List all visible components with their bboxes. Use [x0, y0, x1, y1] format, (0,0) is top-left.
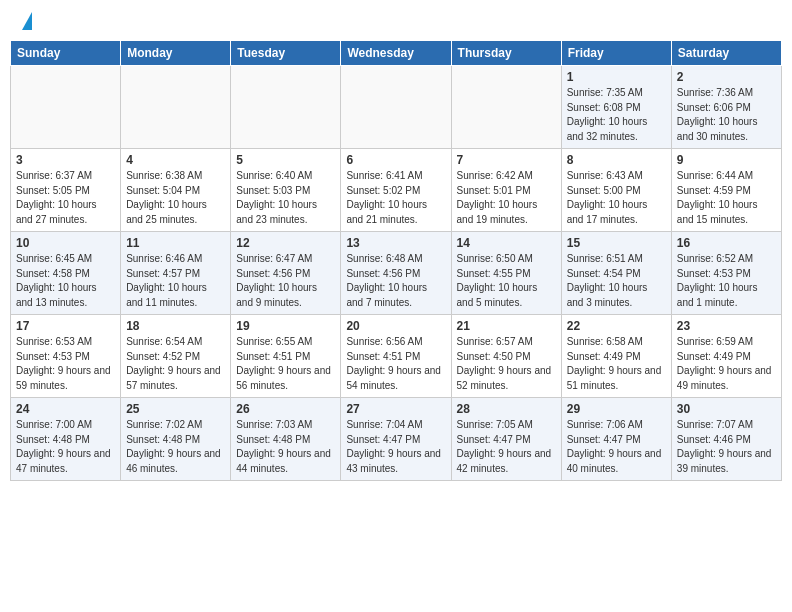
- day-info: Sunrise: 6:59 AM Sunset: 4:49 PM Dayligh…: [677, 335, 776, 393]
- weekday-header-friday: Friday: [561, 41, 671, 66]
- weekday-header-row: SundayMondayTuesdayWednesdayThursdayFrid…: [11, 41, 782, 66]
- calendar-cell: 17Sunrise: 6:53 AM Sunset: 4:53 PM Dayli…: [11, 315, 121, 398]
- calendar-cell: [11, 66, 121, 149]
- day-number: 25: [126, 402, 225, 416]
- calendar-cell: 22Sunrise: 6:58 AM Sunset: 4:49 PM Dayli…: [561, 315, 671, 398]
- day-number: 16: [677, 236, 776, 250]
- weekday-header-wednesday: Wednesday: [341, 41, 451, 66]
- calendar-cell: 1Sunrise: 7:35 AM Sunset: 6:08 PM Daylig…: [561, 66, 671, 149]
- day-number: 19: [236, 319, 335, 333]
- calendar-cell: 16Sunrise: 6:52 AM Sunset: 4:53 PM Dayli…: [671, 232, 781, 315]
- day-number: 23: [677, 319, 776, 333]
- calendar-cell: 26Sunrise: 7:03 AM Sunset: 4:48 PM Dayli…: [231, 398, 341, 481]
- day-number: 21: [457, 319, 556, 333]
- day-number: 15: [567, 236, 666, 250]
- calendar-table: SundayMondayTuesdayWednesdayThursdayFrid…: [10, 40, 782, 481]
- day-number: 17: [16, 319, 115, 333]
- day-info: Sunrise: 6:45 AM Sunset: 4:58 PM Dayligh…: [16, 252, 115, 310]
- calendar-cell: [341, 66, 451, 149]
- day-number: 4: [126, 153, 225, 167]
- calendar-cell: 2Sunrise: 7:36 AM Sunset: 6:06 PM Daylig…: [671, 66, 781, 149]
- weekday-header-saturday: Saturday: [671, 41, 781, 66]
- calendar-cell: 21Sunrise: 6:57 AM Sunset: 4:50 PM Dayli…: [451, 315, 561, 398]
- calendar-week-1: 1Sunrise: 7:35 AM Sunset: 6:08 PM Daylig…: [11, 66, 782, 149]
- calendar-cell: [451, 66, 561, 149]
- calendar-cell: 4Sunrise: 6:38 AM Sunset: 5:04 PM Daylig…: [121, 149, 231, 232]
- calendar-cell: 11Sunrise: 6:46 AM Sunset: 4:57 PM Dayli…: [121, 232, 231, 315]
- day-info: Sunrise: 6:37 AM Sunset: 5:05 PM Dayligh…: [16, 169, 115, 227]
- day-number: 14: [457, 236, 556, 250]
- calendar-cell: 14Sunrise: 6:50 AM Sunset: 4:55 PM Dayli…: [451, 232, 561, 315]
- day-info: Sunrise: 6:47 AM Sunset: 4:56 PM Dayligh…: [236, 252, 335, 310]
- day-number: 28: [457, 402, 556, 416]
- calendar-cell: [121, 66, 231, 149]
- day-number: 3: [16, 153, 115, 167]
- calendar-cell: 10Sunrise: 6:45 AM Sunset: 4:58 PM Dayli…: [11, 232, 121, 315]
- day-info: Sunrise: 6:48 AM Sunset: 4:56 PM Dayligh…: [346, 252, 445, 310]
- logo: [20, 16, 32, 30]
- day-number: 18: [126, 319, 225, 333]
- calendar-cell: 27Sunrise: 7:04 AM Sunset: 4:47 PM Dayli…: [341, 398, 451, 481]
- page-header: [10, 10, 782, 36]
- day-info: Sunrise: 7:04 AM Sunset: 4:47 PM Dayligh…: [346, 418, 445, 476]
- calendar-cell: 8Sunrise: 6:43 AM Sunset: 5:00 PM Daylig…: [561, 149, 671, 232]
- day-number: 6: [346, 153, 445, 167]
- day-number: 10: [16, 236, 115, 250]
- calendar-cell: 23Sunrise: 6:59 AM Sunset: 4:49 PM Dayli…: [671, 315, 781, 398]
- day-info: Sunrise: 7:36 AM Sunset: 6:06 PM Dayligh…: [677, 86, 776, 144]
- weekday-header-sunday: Sunday: [11, 41, 121, 66]
- day-info: Sunrise: 6:38 AM Sunset: 5:04 PM Dayligh…: [126, 169, 225, 227]
- day-info: Sunrise: 6:56 AM Sunset: 4:51 PM Dayligh…: [346, 335, 445, 393]
- day-info: Sunrise: 6:55 AM Sunset: 4:51 PM Dayligh…: [236, 335, 335, 393]
- day-number: 2: [677, 70, 776, 84]
- day-info: Sunrise: 6:52 AM Sunset: 4:53 PM Dayligh…: [677, 252, 776, 310]
- calendar-cell: 13Sunrise: 6:48 AM Sunset: 4:56 PM Dayli…: [341, 232, 451, 315]
- calendar-cell: 20Sunrise: 6:56 AM Sunset: 4:51 PM Dayli…: [341, 315, 451, 398]
- day-info: Sunrise: 6:42 AM Sunset: 5:01 PM Dayligh…: [457, 169, 556, 227]
- day-number: 13: [346, 236, 445, 250]
- day-info: Sunrise: 7:03 AM Sunset: 4:48 PM Dayligh…: [236, 418, 335, 476]
- day-info: Sunrise: 7:00 AM Sunset: 4:48 PM Dayligh…: [16, 418, 115, 476]
- day-number: 11: [126, 236, 225, 250]
- calendar-cell: 29Sunrise: 7:06 AM Sunset: 4:47 PM Dayli…: [561, 398, 671, 481]
- calendar-cell: 18Sunrise: 6:54 AM Sunset: 4:52 PM Dayli…: [121, 315, 231, 398]
- day-info: Sunrise: 6:51 AM Sunset: 4:54 PM Dayligh…: [567, 252, 666, 310]
- day-number: 5: [236, 153, 335, 167]
- day-info: Sunrise: 6:43 AM Sunset: 5:00 PM Dayligh…: [567, 169, 666, 227]
- calendar-week-4: 17Sunrise: 6:53 AM Sunset: 4:53 PM Dayli…: [11, 315, 782, 398]
- calendar-cell: 28Sunrise: 7:05 AM Sunset: 4:47 PM Dayli…: [451, 398, 561, 481]
- day-number: 24: [16, 402, 115, 416]
- day-info: Sunrise: 6:46 AM Sunset: 4:57 PM Dayligh…: [126, 252, 225, 310]
- calendar-cell: 6Sunrise: 6:41 AM Sunset: 5:02 PM Daylig…: [341, 149, 451, 232]
- calendar-cell: 9Sunrise: 6:44 AM Sunset: 4:59 PM Daylig…: [671, 149, 781, 232]
- weekday-header-monday: Monday: [121, 41, 231, 66]
- day-number: 30: [677, 402, 776, 416]
- calendar-cell: 12Sunrise: 6:47 AM Sunset: 4:56 PM Dayli…: [231, 232, 341, 315]
- day-number: 22: [567, 319, 666, 333]
- day-info: Sunrise: 7:07 AM Sunset: 4:46 PM Dayligh…: [677, 418, 776, 476]
- day-info: Sunrise: 6:41 AM Sunset: 5:02 PM Dayligh…: [346, 169, 445, 227]
- calendar-cell: 19Sunrise: 6:55 AM Sunset: 4:51 PM Dayli…: [231, 315, 341, 398]
- day-info: Sunrise: 7:35 AM Sunset: 6:08 PM Dayligh…: [567, 86, 666, 144]
- calendar-cell: [231, 66, 341, 149]
- calendar-cell: 24Sunrise: 7:00 AM Sunset: 4:48 PM Dayli…: [11, 398, 121, 481]
- day-number: 27: [346, 402, 445, 416]
- calendar-cell: 25Sunrise: 7:02 AM Sunset: 4:48 PM Dayli…: [121, 398, 231, 481]
- day-number: 26: [236, 402, 335, 416]
- day-info: Sunrise: 6:54 AM Sunset: 4:52 PM Dayligh…: [126, 335, 225, 393]
- weekday-header-tuesday: Tuesday: [231, 41, 341, 66]
- calendar-week-5: 24Sunrise: 7:00 AM Sunset: 4:48 PM Dayli…: [11, 398, 782, 481]
- weekday-header-thursday: Thursday: [451, 41, 561, 66]
- day-number: 1: [567, 70, 666, 84]
- day-info: Sunrise: 7:05 AM Sunset: 4:47 PM Dayligh…: [457, 418, 556, 476]
- day-info: Sunrise: 6:58 AM Sunset: 4:49 PM Dayligh…: [567, 335, 666, 393]
- day-number: 7: [457, 153, 556, 167]
- day-info: Sunrise: 6:40 AM Sunset: 5:03 PM Dayligh…: [236, 169, 335, 227]
- calendar-cell: 7Sunrise: 6:42 AM Sunset: 5:01 PM Daylig…: [451, 149, 561, 232]
- calendar-week-2: 3Sunrise: 6:37 AM Sunset: 5:05 PM Daylig…: [11, 149, 782, 232]
- day-info: Sunrise: 6:57 AM Sunset: 4:50 PM Dayligh…: [457, 335, 556, 393]
- day-number: 12: [236, 236, 335, 250]
- calendar-cell: 3Sunrise: 6:37 AM Sunset: 5:05 PM Daylig…: [11, 149, 121, 232]
- day-info: Sunrise: 7:02 AM Sunset: 4:48 PM Dayligh…: [126, 418, 225, 476]
- calendar-cell: 30Sunrise: 7:07 AM Sunset: 4:46 PM Dayli…: [671, 398, 781, 481]
